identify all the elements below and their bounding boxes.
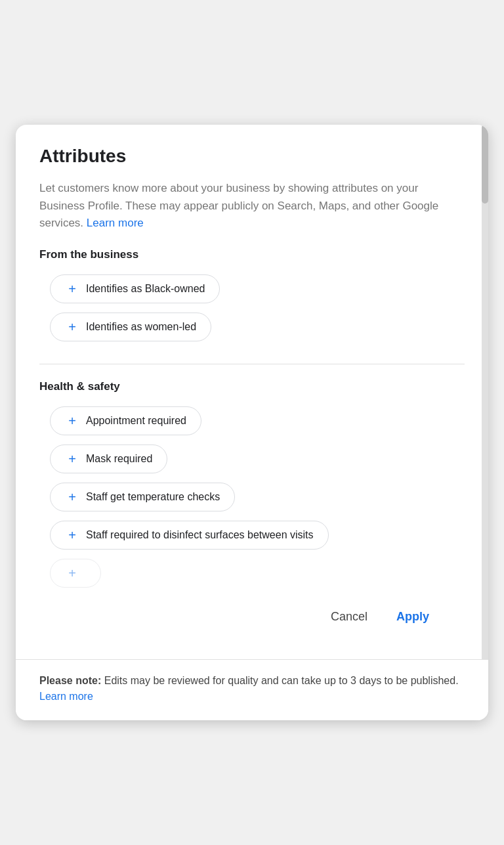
attribute-temperature-checks[interactable]: + Staff get temperature checks (50, 483, 235, 511)
attributes-modal: Attributes Let customers know more about… (16, 125, 488, 720)
section-from-business: From the business + Identifies as Black-… (39, 248, 465, 351)
attribute-women-led[interactable]: + Identifies as women-led (50, 313, 211, 341)
section-divider (39, 364, 465, 364)
plus-icon: + (65, 566, 79, 580)
modal-title: Attributes (39, 146, 465, 167)
scrollbar-track[interactable] (482, 125, 488, 659)
attribute-black-owned[interactable]: + Identifies as Black-owned (50, 274, 220, 303)
learn-more-link-2[interactable]: Learn more (39, 691, 93, 702)
attribute-disinfect-surfaces-label: Staff required to disinfect surfaces bet… (86, 529, 314, 541)
scrollbar-thumb[interactable] (482, 125, 488, 204)
plus-icon: + (65, 320, 79, 334)
attribute-mask-required-label: Mask required (86, 453, 152, 465)
attribute-mask-required[interactable]: + Mask required (50, 444, 167, 473)
note-text: Edits may be reviewed for quality and ca… (101, 675, 458, 686)
attribute-partial[interactable]: + (50, 559, 101, 588)
learn-more-link-1[interactable]: Learn more (87, 217, 144, 229)
attribute-appointment-required-label: Appointment required (86, 415, 186, 427)
section-health-safety-title: Health & safety (39, 380, 465, 393)
modal-actions: Cancel Apply (39, 593, 465, 643)
plus-icon: + (65, 528, 79, 542)
section-from-business-title: From the business (39, 248, 465, 261)
section-health-safety: Health & safety + Appointment required +… (39, 380, 465, 593)
attribute-black-owned-label: Identifies as Black-owned (86, 283, 205, 295)
apply-button[interactable]: Apply (385, 603, 441, 630)
page-background: Attributes Let customers know more about… (0, 0, 504, 845)
attribute-disinfect-surfaces[interactable]: + Staff required to disinfect surfaces b… (50, 521, 329, 550)
plus-icon: + (65, 452, 79, 466)
cancel-button[interactable]: Cancel (319, 603, 379, 630)
modal-description: Let customers know more about your busin… (39, 180, 465, 232)
attribute-women-led-label: Identifies as women-led (86, 321, 196, 333)
health-safety-attributes: + Appointment required + Mask required +… (50, 406, 465, 593)
from-business-attributes: + Identifies as Black-owned + Identifies… (50, 274, 465, 351)
plus-icon: + (65, 490, 79, 504)
modal-content: Attributes Let customers know more about… (16, 125, 488, 659)
note-bold: Please note: (39, 675, 101, 686)
attribute-temperature-checks-label: Staff get temperature checks (86, 491, 220, 503)
bottom-note: Please note: Edits may be reviewed for q… (16, 659, 488, 720)
attribute-appointment-required[interactable]: + Appointment required (50, 406, 201, 435)
plus-icon: + (65, 414, 79, 428)
plus-icon: + (65, 282, 79, 296)
